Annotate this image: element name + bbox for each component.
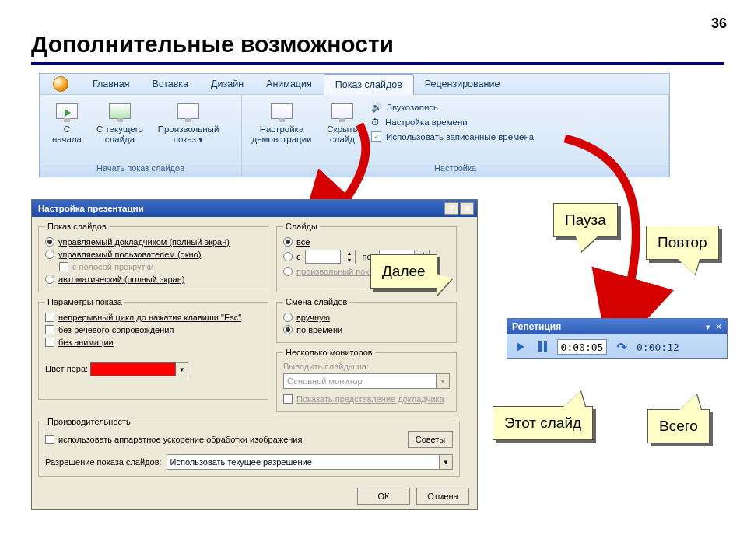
callout-this-slide: Этот слайд [493,406,593,440]
rehearse-timings-button[interactable]: ⏱Настройка времени [368,117,537,128]
loop-checkbox[interactable]: непрерывный цикл до нажатия клавиши "Esc… [45,311,261,324]
current-slide-time: 0:00:05 [557,339,607,355]
ok-button[interactable]: ОК [357,488,410,505]
office-orb-icon [53,76,68,92]
tab-slideshow[interactable]: Показ слайдов [324,74,414,95]
show-type-group: Показ слайдов управляемый докладчиком (п… [38,222,268,292]
setup-show-dialog: Настройка презентации ? ✕ Показ слайдов … [31,199,478,510]
group-start-label: Начать показ слайдов [40,163,241,177]
callout-next: Далее [370,254,437,289]
pen-color-swatch[interactable] [90,362,176,376]
tab-animation[interactable]: Анимация [255,74,324,94]
pause-button[interactable] [535,340,549,354]
record-label: Звукозапись [387,103,438,112]
radio-icon [283,313,293,322]
checkbox-icon [59,262,68,271]
manual-label: вручную [296,313,330,322]
resolution-label: Разрешение показа слайдов: [45,457,162,467]
all-slides-label: все [296,237,310,247]
tips-button[interactable]: Советы [408,431,453,448]
radio-all-slides[interactable]: все [283,236,450,248]
monitor-select: Основной монитор▼ [283,373,450,389]
callout-repeat: Повтор [646,226,719,260]
no-narration-checkbox[interactable]: без речевого сопровождения [45,324,261,336]
tab-design[interactable]: Дизайн [200,74,255,94]
slide-icon [107,100,133,123]
performance-group: Производительность использовать аппаратн… [38,417,460,477]
hide-slide-label: Скрыть слайд [327,124,357,145]
rehearsal-toolbar: Репетиция ▾ ✕ 0:00:05 ↶ 0:00:12 [507,318,728,359]
advance-group: Смена слайдов вручную по времени [276,297,457,343]
radio-timing[interactable]: по времени [283,324,450,336]
no-narration-label: без речевого сопровождения [58,325,174,334]
office-button[interactable] [40,74,82,94]
radio-kiosk[interactable]: автоматический (полный экран) [45,273,261,285]
pen-color-dropdown[interactable]: ▼ [176,362,188,376]
group-setup-label: Настройка [242,163,668,177]
radio-icon [283,325,293,334]
no-animation-checkbox[interactable]: без анимации [45,336,261,348]
ribbon: Главная Вставка Дизайн Анимация Показ сл… [39,73,670,177]
radio-speaker[interactable]: управляемый докладчиком (полный экран) [45,236,261,248]
rehearse-label: Настройка времени [385,117,468,127]
rehearsal-titlebar[interactable]: Репетиция ▾ ✕ [507,319,727,334]
monitor-value: Основной монитор [287,376,363,386]
checkbox-icon [45,313,54,322]
timing-label: по времени [296,325,342,334]
checkbox-icon [45,338,54,347]
record-narration-button[interactable]: 🔊Звукозапись [368,101,537,114]
callout-pause: Пауза [553,203,618,237]
use-timings-checkbox[interactable]: ✓Использовать записанные времена [368,131,537,142]
rehearsal-title: Репетиция [512,321,561,332]
monitors-group: Несколько мониторов Выводить слайды на: … [276,348,457,412]
help-button[interactable]: ? [444,202,458,215]
from-input[interactable] [305,250,341,264]
repeat-button[interactable]: ↶ [615,340,629,354]
hw-accel-checkbox[interactable]: использовать аппаратное ускорение обрабо… [45,433,302,446]
from-current-label: С текущего слайда [96,124,143,145]
tab-home[interactable]: Главная [82,74,142,94]
cancel-button[interactable]: Отмена [416,488,469,505]
tab-review[interactable]: Рецензирование [414,74,512,94]
monitors-legend: Несколько мониторов [283,348,375,357]
setup-show-label: Настройка демонстрации [251,124,311,145]
pause-icon [538,341,547,352]
callout-total: Всего [647,409,710,443]
hw-accel-label: использовать аппаратное ускорение обрабо… [58,435,302,444]
show-options-group: Параметры показа непрерывный цикл до наж… [38,297,268,400]
pen-color-label: Цвет пера: [45,364,88,373]
performance-legend: Производительность [45,417,133,426]
resolution-value: Использовать текущее разрешение [170,457,312,467]
close-button[interactable]: ✕ [460,202,474,215]
presenter-view-checkbox: Показать представление докладчика [283,393,450,405]
custom-show-icon [175,100,202,123]
radio-kiosk-label: автоматический (полный экран) [58,275,184,284]
radio-icon [283,252,293,261]
tab-insert[interactable]: Вставка [142,74,200,94]
from-current-button[interactable]: С текущего слайда [94,98,146,145]
rehearsal-window-controls[interactable]: ▾ ✕ [706,322,722,332]
total-time: 0:00:12 [637,341,679,353]
setup-show-button[interactable]: Настройка демонстрации [247,98,317,145]
from-beginning-button[interactable]: С начала [44,98,89,145]
use-timings-label: Использовать записанные времена [386,132,534,142]
presenter-view-label: Показать представление докладчика [296,394,444,404]
hide-slide-button[interactable]: Скрыть слайд [321,98,363,145]
options-legend: Параметры показа [45,297,124,306]
custom-show-button[interactable]: Произвольный показ ▾ [150,98,226,145]
setup-show-icon [268,100,295,123]
slide-play-icon [54,100,80,123]
custom-show-label: Произвольный показ ▾ [158,124,219,145]
clock-icon: ⏱ [371,117,381,127]
from-beginning-label: С начала [52,124,82,145]
resolution-select[interactable]: Использовать текущее разрешение▼ [167,454,453,470]
scrollbar-checkbox: с полосой прокрутки [59,261,261,273]
hide-slide-icon [329,100,356,123]
next-button[interactable] [514,340,528,354]
radio-manual[interactable]: вручную [283,311,450,324]
from-spinner[interactable]: ▲▼ [345,250,356,264]
radio-user[interactable]: управляемый пользователем (окно) [45,248,261,261]
radio-icon [45,237,54,247]
checkbox-icon [45,435,54,444]
title-underline [31,62,724,65]
